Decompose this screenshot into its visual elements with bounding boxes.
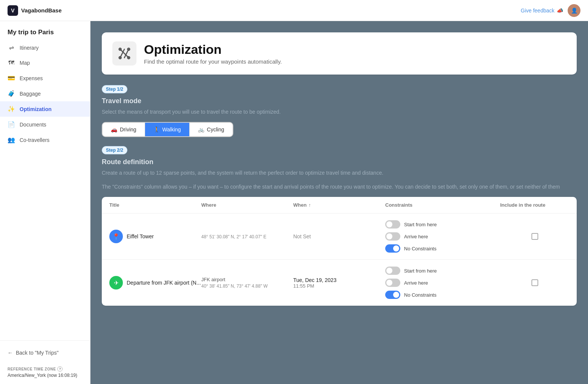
start-from-here-row-jfk: Start from here	[385, 267, 500, 275]
step2-badge: Step 2/2	[102, 146, 127, 154]
include-col-eiffel	[500, 233, 569, 240]
tz-info-icon: ?	[57, 366, 63, 372]
route-table-header: Title Where When ↑ Constraints Include i…	[102, 197, 577, 213]
step2-desc1: Create a route of up to 12 sparse points…	[102, 169, 577, 177]
optimization-header-text: Optimization Find the optimal route for …	[144, 42, 282, 65]
baggage-icon: 🧳	[8, 90, 15, 97]
brand-area: V VagabondBase	[8, 5, 62, 16]
cycling-icon: 🚲	[198, 126, 204, 133]
step1-title: Travel mode	[102, 97, 577, 105]
sidebar-item-documents[interactable]: 📄 Documents	[0, 117, 90, 132]
sidebar-item-co-travellers[interactable]: 👥 Co-travellers	[0, 132, 90, 148]
sidebar-item-label: Documents	[20, 122, 46, 128]
travel-mode-walking[interactable]: 🚶 Walking	[145, 123, 190, 136]
logo-icon: V	[8, 5, 18, 16]
start-from-here-label-jfk: Start from here	[404, 268, 437, 274]
timezone-section: REFERENCE TIME ZONE ? America/New_York (…	[0, 363, 90, 384]
back-to-my-trips-button[interactable]: ← Back to "My Trips"	[8, 347, 83, 359]
sidebar-item-optimization[interactable]: ✨ Optimization	[0, 101, 90, 117]
sidebar-item-map[interactable]: 🗺 Map	[0, 55, 90, 70]
arrive-here-toggle-eiffel[interactable]	[385, 232, 400, 241]
sidebar: My trip to Paris ⇌ Itinerary 🗺 Map 💳 Exp…	[0, 21, 90, 384]
trip-title: My trip to Paris	[0, 21, 90, 40]
sidebar-item-label: Map	[20, 60, 30, 66]
step2-title: Route definition	[102, 158, 577, 166]
co-travellers-icon: 👥	[8, 136, 15, 143]
step1-section: Step 1/2 Travel mode Select the means of…	[102, 85, 577, 137]
include-checkbox-jfk[interactable]	[531, 279, 538, 286]
no-constraints-row-jfk: No Constraints	[385, 291, 500, 299]
when-jfk: Tue, Dec 19, 2023 11:55 PM	[293, 277, 385, 289]
coords-eiffel: 48° 51' 30.08" N, 2° 17' 40.07" E	[201, 233, 293, 240]
optimization-title: Optimization	[144, 42, 282, 57]
optimization-card-icon	[112, 41, 136, 66]
arrive-here-label-jfk: Arrive here	[404, 280, 428, 286]
sidebar-item-baggage[interactable]: 🧳 Baggage	[0, 86, 90, 101]
no-constraints-toggle-eiffel[interactable]	[385, 244, 400, 253]
driving-label: Driving	[120, 126, 136, 133]
place-cell-eiffel: 📍 Eiffel Tower	[109, 230, 201, 243]
table-row: 📍 Eiffel Tower 48° 51' 30.08" N, 2° 17' …	[102, 213, 577, 260]
brand-name: VagabondBase	[21, 7, 62, 14]
col-include-header: Include in the route	[500, 202, 569, 208]
feedback-icon: 📣	[557, 8, 563, 14]
sidebar-item-label: Expenses	[20, 75, 43, 81]
back-arrow-icon: ←	[8, 350, 13, 356]
optimization-icon: ✨	[8, 105, 15, 113]
start-from-here-label: Start from here	[404, 222, 437, 227]
sidebar-nav: ⇌ Itinerary 🗺 Map 💳 Expenses 🧳 Baggage ✨…	[0, 40, 90, 340]
include-col-jfk	[500, 279, 569, 286]
step1-badge: Step 1/2	[102, 85, 127, 93]
sidebar-bottom: ← Back to "My Trips"	[0, 340, 90, 363]
tz-value: America/New_York (now 16:08:19)	[8, 373, 83, 378]
sidebar-item-label: Optimization	[20, 106, 52, 112]
coords-jfk: JFK airport 40° 38' 41.85" N, 73° 47' 4.…	[201, 277, 293, 289]
travel-mode-cycling[interactable]: 🚲 Cycling	[190, 123, 233, 136]
place-cell-jfk: ✈ Departure from JFK airport (N...	[109, 276, 201, 290]
topnav-right: Give feedback 📣 👤	[521, 4, 581, 17]
sidebar-item-label: Baggage	[20, 91, 41, 97]
sidebar-item-expenses[interactable]: 💳 Expenses	[0, 70, 90, 86]
place-icon-eiffel: 📍	[109, 230, 123, 243]
col-where-header: Where	[201, 202, 293, 208]
no-constraints-label-jfk: No Constraints	[404, 292, 436, 298]
sidebar-item-label: Co-travellers	[20, 137, 49, 143]
col-when-header: When ↑	[293, 202, 385, 208]
cycling-label: Cycling	[207, 126, 224, 133]
include-checkbox-eiffel[interactable]	[531, 233, 538, 240]
map-icon: 🗺	[8, 59, 15, 66]
start-from-here-row-eiffel: Start from here	[385, 220, 500, 229]
optimization-subtitle: Find the optimal route for your waypoint…	[144, 58, 282, 65]
tz-label: REFERENCE TIME ZONE ?	[8, 366, 83, 372]
sort-icon[interactable]: ↑	[308, 202, 311, 208]
place-name-jfk: Departure from JFK airport (N...	[127, 280, 201, 286]
feedback-label: Give feedback	[521, 8, 555, 14]
sidebar-item-label: Itinerary	[20, 45, 39, 51]
col-title-header: Title	[109, 202, 201, 208]
table-row: ✈ Departure from JFK airport (N... JFK a…	[102, 260, 577, 306]
start-from-here-toggle-eiffel[interactable]	[385, 220, 400, 229]
back-label: Back to "My Trips"	[16, 350, 58, 356]
top-navigation: V VagabondBase Give feedback 📣 👤	[0, 0, 588, 21]
walking-label: Walking	[162, 126, 181, 133]
optimization-header-card: Optimization Find the optimal route for …	[102, 32, 577, 75]
give-feedback-button[interactable]: Give feedback 📣	[521, 8, 564, 14]
driving-icon: 🚗	[111, 126, 117, 133]
expenses-icon: 💳	[8, 75, 15, 82]
no-constraints-label: No Constraints	[404, 246, 436, 251]
travel-mode-group: 🚗 Driving 🚶 Walking 🚲 Cycling	[102, 122, 233, 137]
jfk-airport-label: JFK airport	[201, 277, 293, 282]
step2-section: Step 2/2 Route definition Create a route…	[102, 146, 577, 306]
place-name-eiffel: Eiffel Tower	[127, 233, 154, 239]
sidebar-item-itinerary[interactable]: ⇌ Itinerary	[0, 40, 90, 55]
avatar[interactable]: 👤	[568, 4, 580, 17]
no-constraints-toggle-jfk[interactable]	[385, 291, 400, 299]
step1-desc: Select the means of transport you will u…	[102, 108, 577, 116]
start-from-here-toggle-jfk[interactable]	[385, 267, 400, 275]
step2-desc2: The "Constraints" column allows you – if…	[102, 183, 577, 191]
arrive-here-toggle-jfk[interactable]	[385, 279, 400, 287]
svg-line-0	[120, 49, 129, 58]
travel-mode-driving[interactable]: 🚗 Driving	[103, 123, 145, 136]
walking-icon: 🚶	[153, 126, 160, 133]
col-constraints-header: Constraints	[385, 202, 500, 208]
